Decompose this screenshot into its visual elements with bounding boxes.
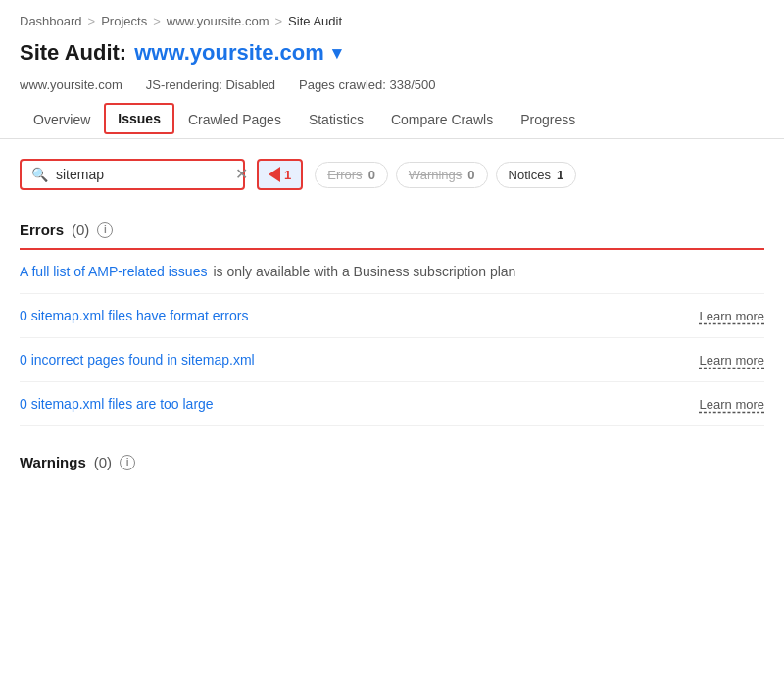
errors-info-icon[interactable]: i: [97, 222, 113, 238]
warnings-section-header: Warnings (0) i: [20, 442, 764, 480]
tabs-bar: Overview Issues Crawled Pages Statistics…: [0, 102, 784, 139]
search-clear-icon[interactable]: ✕: [235, 167, 248, 182]
breadcrumb-projects[interactable]: Projects: [101, 14, 147, 28]
issue-row-sitemap-large: 0 sitemap.xml files are too large Learn …: [20, 382, 764, 426]
content-area: 🔍 ✕ 1 Errors 0 Warnings 0 Notices 1: [0, 139, 784, 488]
breadcrumb-sep-2: >: [153, 14, 161, 28]
errors-title: Errors: [20, 221, 64, 238]
chip-warnings[interactable]: Warnings 0: [396, 162, 488, 188]
domain-dropdown-icon[interactable]: ▾: [332, 42, 341, 64]
meta-rendering: JS-rendering: Disabled: [146, 77, 275, 92]
learn-more-sitemap-large[interactable]: Learn more: [700, 397, 764, 412]
chip-warnings-count: 0: [467, 168, 474, 182]
filter-chips: Errors 0 Warnings 0 Notices 1: [315, 162, 576, 188]
breadcrumb-dashboard[interactable]: Dashboard: [20, 14, 82, 28]
errors-section-header: Errors (0) i: [20, 210, 764, 248]
learn-more-sitemap-format[interactable]: Learn more: [700, 309, 764, 323]
filter-count-badge: 1: [284, 168, 291, 182]
amp-link[interactable]: A full list of AMP-related issues: [20, 264, 207, 279]
chip-notices[interactable]: Notices 1: [496, 162, 577, 188]
breadcrumb-sep-3: >: [275, 14, 283, 28]
meta-row: www.yoursite.com JS-rendering: Disabled …: [0, 74, 784, 102]
chip-errors-label: Errors: [327, 168, 362, 182]
chip-notices-count: 1: [557, 168, 564, 182]
chip-warnings-label: Warnings: [409, 168, 462, 182]
warnings-title: Warnings: [20, 454, 86, 470]
learn-more-sitemap-incorrect[interactable]: Learn more: [700, 353, 764, 368]
amp-notice-text: is only available with a Business subscr…: [213, 264, 515, 279]
issue-text-sitemap-incorrect[interactable]: 0 incorrect pages found in sitemap.xml: [20, 352, 684, 368]
filter-back-button[interactable]: 1: [257, 159, 303, 190]
page-title-domain: www.yoursite.com: [134, 40, 324, 66]
issue-row-sitemap-format: 0 sitemap.xml files have format errors L…: [20, 294, 764, 338]
meta-domain: www.yoursite.com: [20, 77, 122, 92]
meta-pages: Pages crawled: 338/500: [299, 77, 435, 92]
search-box: 🔍 ✕: [20, 159, 245, 190]
issue-text-sitemap-format[interactable]: 0 sitemap.xml files have format errors: [20, 308, 684, 323]
issue-row-sitemap-incorrect: 0 incorrect pages found in sitemap.xml L…: [20, 338, 764, 382]
page-title-prefix: Site Audit:: [20, 40, 126, 66]
arrow-left-icon: [269, 167, 280, 182]
tab-overview[interactable]: Overview: [20, 102, 104, 139]
breadcrumb: Dashboard > Projects > www.yoursite.com …: [0, 0, 784, 36]
chip-notices-label: Notices: [509, 168, 551, 182]
warnings-section: Warnings (0) i: [20, 426, 764, 488]
chip-errors-count: 0: [368, 168, 375, 182]
amp-notice-row: A full list of AMP-related issues is onl…: [20, 250, 764, 294]
search-input[interactable]: [56, 167, 227, 182]
issue-text-sitemap-large[interactable]: 0 sitemap.xml files are too large: [20, 396, 684, 412]
chip-errors[interactable]: Errors 0: [315, 162, 388, 188]
tab-crawled-pages[interactable]: Crawled Pages: [174, 102, 295, 139]
breadcrumb-domain[interactable]: www.yoursite.com: [167, 14, 270, 28]
page-header: Site Audit: www.yoursite.com ▾: [0, 36, 784, 74]
tab-issues[interactable]: Issues: [104, 103, 174, 134]
breadcrumb-sep-1: >: [88, 14, 96, 28]
tab-statistics[interactable]: Statistics: [295, 102, 377, 139]
warnings-info-icon[interactable]: i: [120, 455, 135, 470]
search-icon: 🔍: [31, 167, 48, 182]
breadcrumb-current: Site Audit: [288, 14, 342, 28]
tab-compare-crawls[interactable]: Compare Crawls: [377, 102, 507, 139]
tab-progress[interactable]: Progress: [507, 102, 589, 139]
filter-row: 🔍 ✕ 1 Errors 0 Warnings 0 Notices 1: [20, 159, 764, 190]
errors-count: (0): [72, 221, 89, 238]
warnings-count: (0): [94, 454, 112, 470]
